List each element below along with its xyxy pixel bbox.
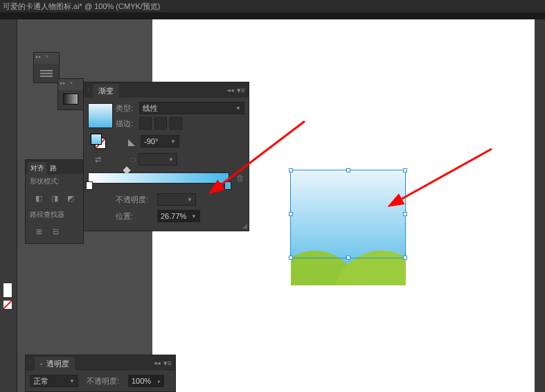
transparency-panel: ⋮⋮ ◦ 透明度 ◂◂ ▾≡ 正常 ▼ 不透明度: 100% ▸ bbox=[25, 355, 176, 392]
opacity-label: 不透明度: bbox=[116, 195, 154, 205]
pathfinders-label: 路径查找器 bbox=[30, 210, 79, 220]
panel-tab-strip[interactable]: ▸▸ × bbox=[34, 53, 59, 64]
collapse-icon[interactable]: ◂◂ bbox=[154, 359, 161, 366]
panel-menu-icon[interactable]: ▾≡ bbox=[237, 86, 245, 95]
selection-handle[interactable] bbox=[289, 168, 293, 172]
collapse-icon[interactable]: ◂◂ bbox=[227, 87, 234, 93]
tab-gradient[interactable]: 渐变 bbox=[93, 84, 119, 98]
tab-handle-icon[interactable]: ▸▸ bbox=[35, 54, 42, 64]
collapsed-swatch-panel[interactable]: ▸▸ × bbox=[57, 78, 84, 110]
unite-button[interactable]: ◧ bbox=[33, 192, 44, 204]
minus-button[interactable]: ◨ bbox=[48, 192, 60, 204]
intersect-button[interactable]: ◩ bbox=[64, 192, 76, 204]
grip-icon[interactable]: ⋮⋮ bbox=[86, 87, 93, 93]
grip-icon[interactable]: ⋮⋮ bbox=[28, 360, 35, 366]
divide-button[interactable]: ⊞ bbox=[33, 225, 45, 238]
color-stop-left[interactable] bbox=[86, 181, 93, 190]
fill-swatch[interactable] bbox=[3, 283, 12, 298]
selection-handle[interactable] bbox=[403, 212, 407, 216]
stroke-across-button[interactable] bbox=[170, 117, 182, 130]
panel-menu-icon[interactable]: ▾≡ bbox=[163, 359, 172, 368]
divider bbox=[0, 12, 545, 19]
chevron-down-icon: ▼ bbox=[187, 197, 193, 203]
fill-stroke-swatches[interactable] bbox=[3, 283, 15, 310]
resize-grip-icon[interactable]: ◢ bbox=[242, 222, 247, 229]
collapsed-panel[interactable]: ▸▸ × bbox=[33, 52, 60, 83]
gradient-slider[interactable] bbox=[88, 172, 229, 184]
shape-modes-label: 形状模式: bbox=[30, 177, 79, 186]
pathfinder-panel: 对齐 路 形状模式: ◧ ◨ ◩ 路径查找器 ⊞ ⊟ bbox=[25, 159, 84, 244]
selection-handle[interactable] bbox=[289, 256, 293, 260]
selection-box bbox=[290, 170, 406, 258]
gradient-preview[interactable] bbox=[88, 103, 113, 128]
document-title: 可爱的卡通人物图标.ai* @ 100% (CMYK/预览) bbox=[3, 1, 161, 12]
opacity-input[interactable]: 100% ▸ bbox=[128, 375, 164, 387]
stop-opacity-input[interactable]: ▼ bbox=[157, 193, 196, 206]
panel-header[interactable]: 对齐 路 bbox=[26, 160, 83, 174]
stop-position-input[interactable]: 26.77% ▼ bbox=[157, 210, 200, 222]
panel-header[interactable]: ⋮⋮ ◦ 透明度 ◂◂ ▾≡ bbox=[26, 355, 175, 371]
tab-align[interactable]: 对齐 bbox=[28, 162, 47, 175]
chevron-down-icon: ▸ bbox=[158, 378, 161, 384]
artwork-group[interactable] bbox=[291, 170, 406, 285]
aspect-icon: ⬭ bbox=[129, 155, 136, 164]
selection-handle[interactable] bbox=[346, 256, 350, 260]
chevron-down-icon: ▼ bbox=[170, 139, 176, 145]
stroke-within-button[interactable] bbox=[139, 117, 152, 130]
opacity-label: 不透明度: bbox=[87, 376, 125, 386]
selection-handle[interactable] bbox=[403, 256, 407, 260]
hamburger-icon[interactable] bbox=[40, 69, 53, 77]
vertical-scrollbar[interactable] bbox=[535, 19, 545, 392]
selection-handle[interactable] bbox=[403, 168, 407, 172]
chevron-down-icon: ▼ bbox=[191, 213, 197, 220]
tools-toolbar[interactable] bbox=[0, 19, 17, 392]
stroke-label: 描边: bbox=[116, 118, 136, 129]
chevron-down-icon: ▼ bbox=[235, 105, 241, 112]
tab-transparency[interactable]: ◦ 透明度 bbox=[35, 357, 75, 371]
trim-button[interactable]: ⊟ bbox=[49, 225, 62, 238]
gradient-panel: ⋮⋮ 渐变 ◂◂ ▾≡ 类型: 线性 ▼ 描边: bbox=[83, 82, 249, 231]
panel-tab-strip[interactable]: ▸▸ × bbox=[58, 79, 83, 90]
none-swatch[interactable] bbox=[3, 300, 12, 310]
close-icon[interactable]: × bbox=[68, 80, 75, 90]
chevron-down-icon: ▼ bbox=[69, 378, 75, 384]
swatch-icon[interactable] bbox=[63, 93, 78, 105]
type-select[interactable]: 线性 ▼ bbox=[139, 102, 244, 114]
reverse-icon[interactable]: ⇄ bbox=[88, 155, 107, 164]
trash-icon[interactable]: 🗑 bbox=[236, 173, 244, 183]
tab-pathfinder[interactable]: 路 bbox=[47, 162, 60, 175]
fill-stroke-toggle[interactable] bbox=[91, 134, 106, 149]
document-title-bar: 可爱的卡通人物图标.ai* @ 100% (CMYK/预览) bbox=[0, 0, 545, 12]
angle-input[interactable]: -90° ▼ bbox=[141, 135, 179, 148]
stroke-along-button[interactable] bbox=[154, 117, 167, 130]
position-label: 位置: bbox=[116, 211, 154, 222]
type-label: 类型: bbox=[116, 103, 136, 114]
selection-handle[interactable] bbox=[346, 168, 350, 172]
color-stop-right[interactable] bbox=[224, 181, 231, 190]
selection-handle[interactable] bbox=[289, 212, 293, 216]
angle-icon bbox=[128, 136, 138, 146]
aspect-input[interactable]: ▼ bbox=[139, 153, 177, 166]
panel-header[interactable]: ⋮⋮ 渐变 ◂◂ ▾≡ bbox=[84, 82, 249, 98]
chevron-down-icon: ▼ bbox=[168, 157, 174, 163]
blend-mode-select[interactable]: 正常 ▼ bbox=[30, 375, 78, 387]
close-icon[interactable]: × bbox=[44, 54, 51, 64]
tab-handle-icon[interactable]: ▸▸ bbox=[60, 80, 66, 90]
midpoint-handle[interactable] bbox=[123, 166, 130, 174]
